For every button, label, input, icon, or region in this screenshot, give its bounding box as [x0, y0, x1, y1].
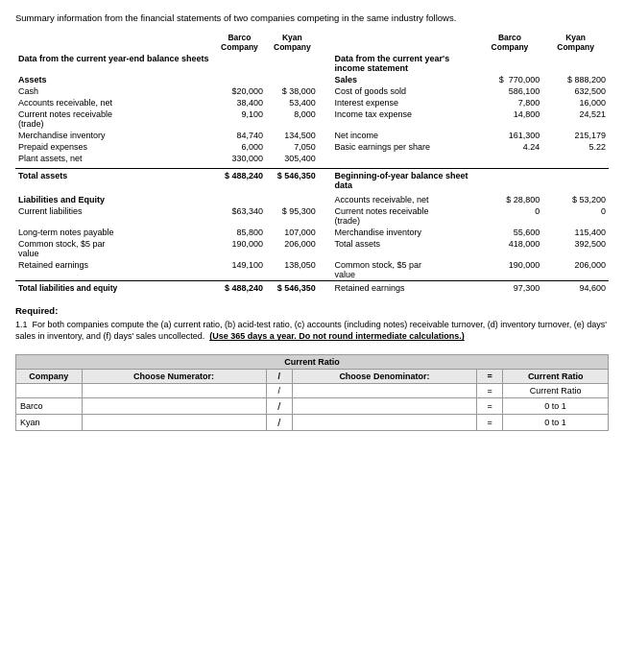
beg-retained-barco: 97,300: [477, 280, 543, 294]
ratio-den-header: [292, 383, 476, 397]
sales-barco: $ 770,000: [477, 74, 543, 85]
notes-kyan: 8,000: [266, 108, 319, 130]
net-income-label: Net income: [332, 130, 477, 141]
interest-label: Interest expense: [332, 97, 477, 108]
beg-total-assets-kyan: 392,500: [542, 238, 609, 259]
beg-ar-barco: $ 28,800: [477, 194, 543, 205]
total-assets-row: Total assets $ 488,240 $ 546,350 Beginni…: [15, 168, 609, 191]
beg-inventory-barco: 55,600: [477, 227, 543, 238]
cogs-barco: 586,100: [477, 85, 543, 97]
lt-notes-label: Long-term notes payable: [15, 227, 213, 238]
ratio-eq-header: [16, 383, 83, 397]
retained-barco: 149,100: [213, 259, 266, 281]
common-stock-label: Common stock, $5 parvalue: [15, 238, 213, 259]
assets-label: Assets: [15, 74, 213, 85]
retained-label: Retained earnings: [15, 259, 213, 281]
ratio-table: Current Ratio Company Choose Numerator: …: [15, 354, 609, 431]
sales-kyan: $ 888,200: [542, 74, 609, 85]
ratio-col-slash: /: [266, 369, 292, 383]
notes-barco: 9,100: [213, 108, 266, 130]
sales-label: Sales: [332, 74, 477, 85]
beg-inventory-kyan: 115,400: [542, 227, 609, 238]
kyan-col-header-left: Kyan Company: [266, 32, 319, 53]
table-row: Current liabilities $63,340 $ 95,300 Cur…: [15, 205, 609, 227]
beg-common-label: Common stock, $5 parvalue: [332, 259, 477, 281]
beg-total-assets-label: Total assets: [332, 238, 477, 259]
table-row: Plant assets, net 330,000 305,400: [15, 153, 609, 164]
ratio-eq-kyan: =: [476, 414, 502, 430]
total-assets-barco: $ 488,240: [213, 168, 266, 191]
current-liab-barco: $63,340: [213, 205, 266, 227]
ratio-den-kyan[interactable]: [292, 414, 476, 430]
table-row: Common stock, $5 parvalue 190,000 206,00…: [15, 238, 609, 259]
beg-ar-label: Accounts receivable, net: [332, 194, 477, 205]
prepaid-barco: 6,000: [213, 141, 266, 153]
beg-retained-kyan: 94,600: [542, 280, 609, 294]
table-row: Long-term notes payable 85,800 107,000 M…: [15, 227, 609, 238]
liabilities-title: Liabilities and Equity: [15, 194, 213, 205]
ratio-result-kyan: 0 to 1: [503, 414, 609, 430]
tax-kyan: 24,521: [542, 108, 609, 130]
kyan-col-header-right: Kyan Company: [542, 32, 609, 53]
intro-text: Summary information from the financial s…: [15, 12, 609, 24]
total-assets-label: Total assets: [15, 168, 213, 191]
ratio-num-header: [82, 383, 266, 397]
ratio-company-barco: Barco: [16, 397, 83, 414]
table-row: Prepaid expenses 6,000 7,050 Basic earni…: [15, 141, 609, 153]
income-title: Data from the current year's income stat…: [332, 53, 477, 74]
ratio-num-kyan[interactable]: [82, 414, 266, 430]
barco-col-header-left: Barco Company: [213, 32, 266, 53]
beg-ar-kyan: $ 53,200: [542, 194, 609, 205]
beg-notes-label: Current notes receivable(trade): [332, 205, 477, 227]
table-row: Accounts receivable, net 38,400 53,400 I…: [15, 97, 609, 108]
prepaid-label: Prepaid expenses: [15, 141, 213, 153]
barco-col-header-right: Barco Company: [477, 32, 543, 53]
ar-label: Accounts receivable, net: [15, 97, 213, 108]
cogs-kyan: 632,500: [542, 85, 609, 97]
required-highlight: (Use 365 days a year. Do not round inter…: [209, 331, 465, 341]
prepaid-kyan: 7,050: [266, 141, 319, 153]
ratio-col-eq: =: [476, 369, 502, 383]
ratio-eq2-header: =: [476, 383, 502, 397]
current-liab-kyan: $ 95,300: [266, 205, 319, 227]
ratio-slash-header: /: [266, 383, 292, 397]
net-income-barco: 161,300: [477, 130, 543, 141]
ratio-num-barco[interactable]: [82, 397, 266, 414]
ratio-col-company: Company: [16, 369, 83, 383]
current-liab-label: Current liabilities: [15, 205, 213, 227]
cash-kyan: $ 38,000: [266, 85, 319, 97]
total-liab-barco: $ 488,240: [213, 280, 266, 294]
ratio-col-denominator: Choose Denominator:: [292, 369, 476, 383]
ratio-section: Current Ratio Company Choose Numerator: …: [15, 354, 609, 431]
ratio-result-header: Current Ratio: [503, 383, 609, 397]
retained-kyan: 138,050: [266, 259, 319, 281]
lt-notes-kyan: 107,000: [266, 227, 319, 238]
table-row: Current notes receivable(trade) 9,100 8,…: [15, 108, 609, 130]
ratio-slash-barco: /: [266, 397, 292, 414]
lt-notes-barco: 85,800: [213, 227, 266, 238]
ratio-row-barco: Barco / = 0 to 1: [16, 397, 609, 414]
beg-notes-kyan: 0: [542, 205, 609, 227]
inventory-kyan: 134,500: [266, 130, 319, 141]
total-assets-kyan: $ 546,350: [266, 168, 319, 191]
plant-kyan: 305,400: [266, 153, 319, 164]
plant-barco: 330,000: [213, 153, 266, 164]
main-data-table: Barco Company Kyan Company Barco Company…: [15, 32, 609, 294]
required-section: Required: 1.1 For both companies compute…: [15, 305, 609, 343]
net-income-kyan: 215,179: [542, 130, 609, 141]
ratio-company-kyan: Kyan: [16, 414, 83, 430]
ratio-title: Current Ratio: [16, 354, 609, 369]
ar-kyan: 53,400: [266, 97, 319, 108]
required-body: 1.1 For both companies compute the (a) c…: [15, 319, 609, 343]
inventory-barco: 84,740: [213, 130, 266, 141]
beg-notes-barco: 0: [477, 205, 543, 227]
cogs-label: Cost of goods sold: [332, 85, 477, 97]
beg-total-assets-barco: 418,000: [477, 238, 543, 259]
ar-barco: 38,400: [213, 97, 266, 108]
cash-barco: $20,000: [213, 85, 266, 97]
ratio-den-barco[interactable]: [292, 397, 476, 414]
beg-common-barco: 190,000: [477, 259, 543, 281]
inventory-label: Merchandise inventory: [15, 130, 213, 141]
ratio-row-kyan: Kyan / = 0 to 1: [16, 414, 609, 430]
interest-barco: 7,800: [477, 97, 543, 108]
